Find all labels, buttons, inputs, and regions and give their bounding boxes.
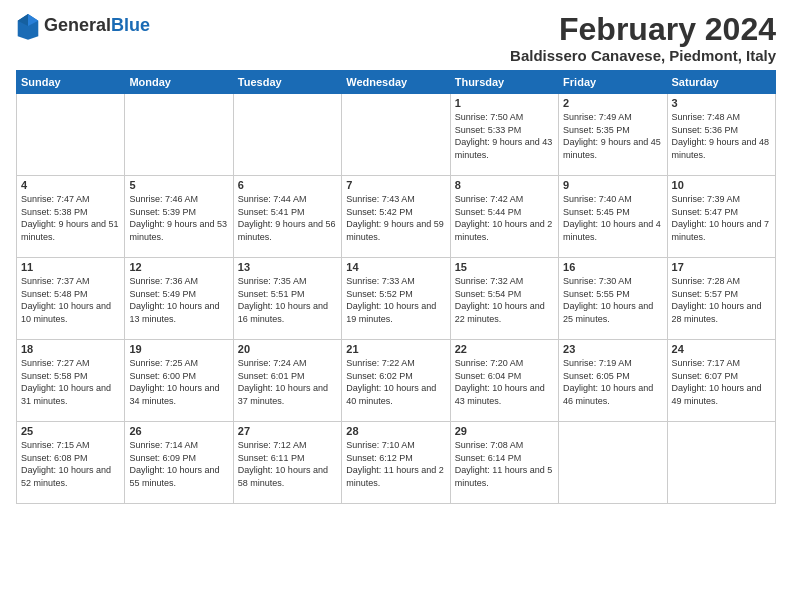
- table-row: [342, 94, 450, 176]
- day-number: 21: [346, 343, 445, 355]
- day-info: Sunrise: 7:24 AM Sunset: 6:01 PM Dayligh…: [238, 357, 337, 407]
- day-number: 27: [238, 425, 337, 437]
- table-row: 3Sunrise: 7:48 AM Sunset: 5:36 PM Daylig…: [667, 94, 775, 176]
- day-info: Sunrise: 7:48 AM Sunset: 5:36 PM Dayligh…: [672, 111, 771, 161]
- day-info: Sunrise: 7:37 AM Sunset: 5:48 PM Dayligh…: [21, 275, 120, 325]
- day-number: 24: [672, 343, 771, 355]
- table-row: 12Sunrise: 7:36 AM Sunset: 5:49 PM Dayli…: [125, 258, 233, 340]
- col-thursday: Thursday: [450, 71, 558, 94]
- location-title: Baldissero Canavese, Piedmont, Italy: [510, 47, 776, 64]
- calendar-week-row: 11Sunrise: 7:37 AM Sunset: 5:48 PM Dayli…: [17, 258, 776, 340]
- table-row: 16Sunrise: 7:30 AM Sunset: 5:55 PM Dayli…: [559, 258, 667, 340]
- day-info: Sunrise: 7:39 AM Sunset: 5:47 PM Dayligh…: [672, 193, 771, 243]
- day-info: Sunrise: 7:28 AM Sunset: 5:57 PM Dayligh…: [672, 275, 771, 325]
- table-row: 1Sunrise: 7:50 AM Sunset: 5:33 PM Daylig…: [450, 94, 558, 176]
- day-number: 6: [238, 179, 337, 191]
- table-row: 20Sunrise: 7:24 AM Sunset: 6:01 PM Dayli…: [233, 340, 341, 422]
- day-number: 10: [672, 179, 771, 191]
- day-info: Sunrise: 7:43 AM Sunset: 5:42 PM Dayligh…: [346, 193, 445, 243]
- title-block: February 2024 Baldissero Canavese, Piedm…: [510, 12, 776, 64]
- table-row: 10Sunrise: 7:39 AM Sunset: 5:47 PM Dayli…: [667, 176, 775, 258]
- day-info: Sunrise: 7:50 AM Sunset: 5:33 PM Dayligh…: [455, 111, 554, 161]
- calendar-week-row: 1Sunrise: 7:50 AM Sunset: 5:33 PM Daylig…: [17, 94, 776, 176]
- day-number: 25: [21, 425, 120, 437]
- day-number: 13: [238, 261, 337, 273]
- table-row: [667, 422, 775, 504]
- day-number: 1: [455, 97, 554, 109]
- table-row: 14Sunrise: 7:33 AM Sunset: 5:52 PM Dayli…: [342, 258, 450, 340]
- header: GeneralBlue February 2024 Baldissero Can…: [16, 12, 776, 64]
- table-row: 25Sunrise: 7:15 AM Sunset: 6:08 PM Dayli…: [17, 422, 125, 504]
- col-wednesday: Wednesday: [342, 71, 450, 94]
- table-row: 22Sunrise: 7:20 AM Sunset: 6:04 PM Dayli…: [450, 340, 558, 422]
- day-info: Sunrise: 7:25 AM Sunset: 6:00 PM Dayligh…: [129, 357, 228, 407]
- day-number: 3: [672, 97, 771, 109]
- col-monday: Monday: [125, 71, 233, 94]
- day-number: 9: [563, 179, 662, 191]
- day-info: Sunrise: 7:30 AM Sunset: 5:55 PM Dayligh…: [563, 275, 662, 325]
- day-number: 26: [129, 425, 228, 437]
- logo-text: GeneralBlue: [44, 16, 150, 36]
- day-info: Sunrise: 7:20 AM Sunset: 6:04 PM Dayligh…: [455, 357, 554, 407]
- day-number: 7: [346, 179, 445, 191]
- table-row: 2Sunrise: 7:49 AM Sunset: 5:35 PM Daylig…: [559, 94, 667, 176]
- month-title: February 2024: [510, 12, 776, 47]
- col-sunday: Sunday: [17, 71, 125, 94]
- day-number: 15: [455, 261, 554, 273]
- table-row: 21Sunrise: 7:22 AM Sunset: 6:02 PM Dayli…: [342, 340, 450, 422]
- table-row: 6Sunrise: 7:44 AM Sunset: 5:41 PM Daylig…: [233, 176, 341, 258]
- page: GeneralBlue February 2024 Baldissero Can…: [0, 0, 792, 612]
- col-friday: Friday: [559, 71, 667, 94]
- calendar: Sunday Monday Tuesday Wednesday Thursday…: [16, 70, 776, 504]
- calendar-week-row: 18Sunrise: 7:27 AM Sunset: 5:58 PM Dayli…: [17, 340, 776, 422]
- table-row: 7Sunrise: 7:43 AM Sunset: 5:42 PM Daylig…: [342, 176, 450, 258]
- calendar-header-row: Sunday Monday Tuesday Wednesday Thursday…: [17, 71, 776, 94]
- day-info: Sunrise: 7:12 AM Sunset: 6:11 PM Dayligh…: [238, 439, 337, 489]
- table-row: 4Sunrise: 7:47 AM Sunset: 5:38 PM Daylig…: [17, 176, 125, 258]
- day-info: Sunrise: 7:49 AM Sunset: 5:35 PM Dayligh…: [563, 111, 662, 161]
- logo-general: General: [44, 16, 111, 36]
- col-tuesday: Tuesday: [233, 71, 341, 94]
- table-row: 27Sunrise: 7:12 AM Sunset: 6:11 PM Dayli…: [233, 422, 341, 504]
- day-info: Sunrise: 7:19 AM Sunset: 6:05 PM Dayligh…: [563, 357, 662, 407]
- table-row: 9Sunrise: 7:40 AM Sunset: 5:45 PM Daylig…: [559, 176, 667, 258]
- table-row: 19Sunrise: 7:25 AM Sunset: 6:00 PM Dayli…: [125, 340, 233, 422]
- day-number: 28: [346, 425, 445, 437]
- day-number: 12: [129, 261, 228, 273]
- table-row: 15Sunrise: 7:32 AM Sunset: 5:54 PM Dayli…: [450, 258, 558, 340]
- table-row: [125, 94, 233, 176]
- logo-icon: [16, 12, 40, 40]
- day-number: 4: [21, 179, 120, 191]
- day-info: Sunrise: 7:33 AM Sunset: 5:52 PM Dayligh…: [346, 275, 445, 325]
- day-info: Sunrise: 7:44 AM Sunset: 5:41 PM Dayligh…: [238, 193, 337, 243]
- day-info: Sunrise: 7:32 AM Sunset: 5:54 PM Dayligh…: [455, 275, 554, 325]
- table-row: [559, 422, 667, 504]
- table-row: 17Sunrise: 7:28 AM Sunset: 5:57 PM Dayli…: [667, 258, 775, 340]
- logo-blue: Blue: [111, 16, 150, 36]
- day-number: 17: [672, 261, 771, 273]
- table-row: 24Sunrise: 7:17 AM Sunset: 6:07 PM Dayli…: [667, 340, 775, 422]
- day-info: Sunrise: 7:14 AM Sunset: 6:09 PM Dayligh…: [129, 439, 228, 489]
- table-row: [17, 94, 125, 176]
- day-info: Sunrise: 7:35 AM Sunset: 5:51 PM Dayligh…: [238, 275, 337, 325]
- table-row: 11Sunrise: 7:37 AM Sunset: 5:48 PM Dayli…: [17, 258, 125, 340]
- table-row: 23Sunrise: 7:19 AM Sunset: 6:05 PM Dayli…: [559, 340, 667, 422]
- day-number: 8: [455, 179, 554, 191]
- day-info: Sunrise: 7:36 AM Sunset: 5:49 PM Dayligh…: [129, 275, 228, 325]
- calendar-week-row: 25Sunrise: 7:15 AM Sunset: 6:08 PM Dayli…: [17, 422, 776, 504]
- logo: GeneralBlue: [16, 12, 150, 40]
- day-number: 22: [455, 343, 554, 355]
- day-info: Sunrise: 7:17 AM Sunset: 6:07 PM Dayligh…: [672, 357, 771, 407]
- table-row: 18Sunrise: 7:27 AM Sunset: 5:58 PM Dayli…: [17, 340, 125, 422]
- day-number: 5: [129, 179, 228, 191]
- day-info: Sunrise: 7:22 AM Sunset: 6:02 PM Dayligh…: [346, 357, 445, 407]
- day-info: Sunrise: 7:15 AM Sunset: 6:08 PM Dayligh…: [21, 439, 120, 489]
- day-info: Sunrise: 7:47 AM Sunset: 5:38 PM Dayligh…: [21, 193, 120, 243]
- day-number: 19: [129, 343, 228, 355]
- day-number: 14: [346, 261, 445, 273]
- day-number: 16: [563, 261, 662, 273]
- day-info: Sunrise: 7:08 AM Sunset: 6:14 PM Dayligh…: [455, 439, 554, 489]
- table-row: 26Sunrise: 7:14 AM Sunset: 6:09 PM Dayli…: [125, 422, 233, 504]
- day-number: 18: [21, 343, 120, 355]
- day-number: 29: [455, 425, 554, 437]
